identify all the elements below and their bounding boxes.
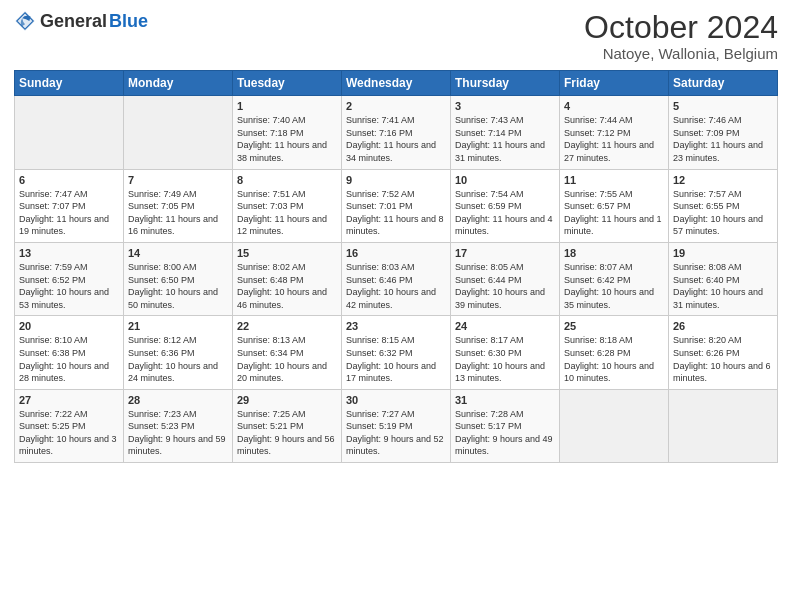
calendar-cell: 5Sunrise: 7:46 AM Sunset: 7:09 PM Daylig… bbox=[669, 96, 778, 169]
calendar-cell bbox=[15, 96, 124, 169]
day-number: 16 bbox=[346, 247, 446, 259]
calendar-cell: 11Sunrise: 7:55 AM Sunset: 6:57 PM Dayli… bbox=[560, 169, 669, 242]
logo: GeneralBlue bbox=[14, 10, 148, 32]
day-number: 31 bbox=[455, 394, 555, 406]
day-number: 25 bbox=[564, 320, 664, 332]
calendar-cell: 7Sunrise: 7:49 AM Sunset: 7:05 PM Daylig… bbox=[124, 169, 233, 242]
calendar-cell: 6Sunrise: 7:47 AM Sunset: 7:07 PM Daylig… bbox=[15, 169, 124, 242]
calendar-cell: 2Sunrise: 7:41 AM Sunset: 7:16 PM Daylig… bbox=[342, 96, 451, 169]
day-info: Sunrise: 7:27 AM Sunset: 5:19 PM Dayligh… bbox=[346, 408, 446, 458]
calendar-cell: 15Sunrise: 8:02 AM Sunset: 6:48 PM Dayli… bbox=[233, 242, 342, 315]
day-number: 19 bbox=[673, 247, 773, 259]
column-header-monday: Monday bbox=[124, 71, 233, 96]
day-info: Sunrise: 7:46 AM Sunset: 7:09 PM Dayligh… bbox=[673, 114, 773, 164]
calendar-cell: 28Sunrise: 7:23 AM Sunset: 5:23 PM Dayli… bbox=[124, 389, 233, 462]
day-number: 9 bbox=[346, 174, 446, 186]
calendar-cell: 19Sunrise: 8:08 AM Sunset: 6:40 PM Dayli… bbox=[669, 242, 778, 315]
calendar-cell: 22Sunrise: 8:13 AM Sunset: 6:34 PM Dayli… bbox=[233, 316, 342, 389]
day-info: Sunrise: 7:51 AM Sunset: 7:03 PM Dayligh… bbox=[237, 188, 337, 238]
calendar-cell: 29Sunrise: 7:25 AM Sunset: 5:21 PM Dayli… bbox=[233, 389, 342, 462]
calendar-cell: 9Sunrise: 7:52 AM Sunset: 7:01 PM Daylig… bbox=[342, 169, 451, 242]
calendar-cell: 24Sunrise: 8:17 AM Sunset: 6:30 PM Dayli… bbox=[451, 316, 560, 389]
day-number: 5 bbox=[673, 100, 773, 112]
column-header-wednesday: Wednesday bbox=[342, 71, 451, 96]
day-info: Sunrise: 7:57 AM Sunset: 6:55 PM Dayligh… bbox=[673, 188, 773, 238]
day-info: Sunrise: 7:52 AM Sunset: 7:01 PM Dayligh… bbox=[346, 188, 446, 238]
day-info: Sunrise: 7:41 AM Sunset: 7:16 PM Dayligh… bbox=[346, 114, 446, 164]
calendar-cell: 10Sunrise: 7:54 AM Sunset: 6:59 PM Dayli… bbox=[451, 169, 560, 242]
day-info: Sunrise: 7:55 AM Sunset: 6:57 PM Dayligh… bbox=[564, 188, 664, 238]
calendar-title: October 2024 bbox=[584, 10, 778, 45]
calendar-cell: 25Sunrise: 8:18 AM Sunset: 6:28 PM Dayli… bbox=[560, 316, 669, 389]
calendar-cell: 3Sunrise: 7:43 AM Sunset: 7:14 PM Daylig… bbox=[451, 96, 560, 169]
day-number: 21 bbox=[128, 320, 228, 332]
column-header-tuesday: Tuesday bbox=[233, 71, 342, 96]
day-info: Sunrise: 8:20 AM Sunset: 6:26 PM Dayligh… bbox=[673, 334, 773, 384]
calendar-cell: 12Sunrise: 7:57 AM Sunset: 6:55 PM Dayli… bbox=[669, 169, 778, 242]
day-number: 12 bbox=[673, 174, 773, 186]
day-number: 18 bbox=[564, 247, 664, 259]
day-number: 23 bbox=[346, 320, 446, 332]
logo-icon bbox=[14, 10, 36, 32]
day-number: 24 bbox=[455, 320, 555, 332]
week-row-3: 13Sunrise: 7:59 AM Sunset: 6:52 PM Dayli… bbox=[15, 242, 778, 315]
week-row-2: 6Sunrise: 7:47 AM Sunset: 7:07 PM Daylig… bbox=[15, 169, 778, 242]
day-number: 2 bbox=[346, 100, 446, 112]
day-info: Sunrise: 8:12 AM Sunset: 6:36 PM Dayligh… bbox=[128, 334, 228, 384]
calendar-cell: 1Sunrise: 7:40 AM Sunset: 7:18 PM Daylig… bbox=[233, 96, 342, 169]
column-header-friday: Friday bbox=[560, 71, 669, 96]
day-info: Sunrise: 7:54 AM Sunset: 6:59 PM Dayligh… bbox=[455, 188, 555, 238]
calendar-cell: 23Sunrise: 8:15 AM Sunset: 6:32 PM Dayli… bbox=[342, 316, 451, 389]
day-info: Sunrise: 7:28 AM Sunset: 5:17 PM Dayligh… bbox=[455, 408, 555, 458]
day-info: Sunrise: 8:17 AM Sunset: 6:30 PM Dayligh… bbox=[455, 334, 555, 384]
day-info: Sunrise: 7:23 AM Sunset: 5:23 PM Dayligh… bbox=[128, 408, 228, 458]
column-header-thursday: Thursday bbox=[451, 71, 560, 96]
day-number: 28 bbox=[128, 394, 228, 406]
day-number: 1 bbox=[237, 100, 337, 112]
day-info: Sunrise: 8:15 AM Sunset: 6:32 PM Dayligh… bbox=[346, 334, 446, 384]
title-block: October 2024 Natoye, Wallonia, Belgium bbox=[584, 10, 778, 62]
calendar-cell: 20Sunrise: 8:10 AM Sunset: 6:38 PM Dayli… bbox=[15, 316, 124, 389]
calendar-cell bbox=[560, 389, 669, 462]
calendar-cell: 21Sunrise: 8:12 AM Sunset: 6:36 PM Dayli… bbox=[124, 316, 233, 389]
calendar-cell: 17Sunrise: 8:05 AM Sunset: 6:44 PM Dayli… bbox=[451, 242, 560, 315]
day-info: Sunrise: 8:02 AM Sunset: 6:48 PM Dayligh… bbox=[237, 261, 337, 311]
calendar-cell: 27Sunrise: 7:22 AM Sunset: 5:25 PM Dayli… bbox=[15, 389, 124, 462]
logo-blue-text: Blue bbox=[109, 11, 148, 32]
day-number: 30 bbox=[346, 394, 446, 406]
day-number: 22 bbox=[237, 320, 337, 332]
calendar-table: SundayMondayTuesdayWednesdayThursdayFrid… bbox=[14, 70, 778, 463]
calendar-cell: 13Sunrise: 7:59 AM Sunset: 6:52 PM Dayli… bbox=[15, 242, 124, 315]
day-info: Sunrise: 7:44 AM Sunset: 7:12 PM Dayligh… bbox=[564, 114, 664, 164]
day-number: 3 bbox=[455, 100, 555, 112]
week-row-5: 27Sunrise: 7:22 AM Sunset: 5:25 PM Dayli… bbox=[15, 389, 778, 462]
day-info: Sunrise: 7:40 AM Sunset: 7:18 PM Dayligh… bbox=[237, 114, 337, 164]
day-number: 10 bbox=[455, 174, 555, 186]
day-number: 6 bbox=[19, 174, 119, 186]
day-info: Sunrise: 8:00 AM Sunset: 6:50 PM Dayligh… bbox=[128, 261, 228, 311]
calendar-cell: 8Sunrise: 7:51 AM Sunset: 7:03 PM Daylig… bbox=[233, 169, 342, 242]
day-info: Sunrise: 7:43 AM Sunset: 7:14 PM Dayligh… bbox=[455, 114, 555, 164]
day-number: 17 bbox=[455, 247, 555, 259]
day-info: Sunrise: 8:08 AM Sunset: 6:40 PM Dayligh… bbox=[673, 261, 773, 311]
day-info: Sunrise: 8:13 AM Sunset: 6:34 PM Dayligh… bbox=[237, 334, 337, 384]
day-number: 4 bbox=[564, 100, 664, 112]
day-info: Sunrise: 8:05 AM Sunset: 6:44 PM Dayligh… bbox=[455, 261, 555, 311]
week-row-1: 1Sunrise: 7:40 AM Sunset: 7:18 PM Daylig… bbox=[15, 96, 778, 169]
calendar-header-row: SundayMondayTuesdayWednesdayThursdayFrid… bbox=[15, 71, 778, 96]
calendar-cell: 30Sunrise: 7:27 AM Sunset: 5:19 PM Dayli… bbox=[342, 389, 451, 462]
day-number: 29 bbox=[237, 394, 337, 406]
day-info: Sunrise: 8:10 AM Sunset: 6:38 PM Dayligh… bbox=[19, 334, 119, 384]
day-info: Sunrise: 7:59 AM Sunset: 6:52 PM Dayligh… bbox=[19, 261, 119, 311]
page: GeneralBlue October 2024 Natoye, Walloni… bbox=[0, 0, 792, 612]
calendar-cell bbox=[669, 389, 778, 462]
day-info: Sunrise: 8:18 AM Sunset: 6:28 PM Dayligh… bbox=[564, 334, 664, 384]
svg-marker-0 bbox=[15, 11, 35, 31]
header: GeneralBlue October 2024 Natoye, Walloni… bbox=[14, 10, 778, 62]
day-number: 8 bbox=[237, 174, 337, 186]
day-info: Sunrise: 7:25 AM Sunset: 5:21 PM Dayligh… bbox=[237, 408, 337, 458]
day-info: Sunrise: 8:07 AM Sunset: 6:42 PM Dayligh… bbox=[564, 261, 664, 311]
day-info: Sunrise: 7:22 AM Sunset: 5:25 PM Dayligh… bbox=[19, 408, 119, 458]
calendar-cell: 18Sunrise: 8:07 AM Sunset: 6:42 PM Dayli… bbox=[560, 242, 669, 315]
day-number: 15 bbox=[237, 247, 337, 259]
